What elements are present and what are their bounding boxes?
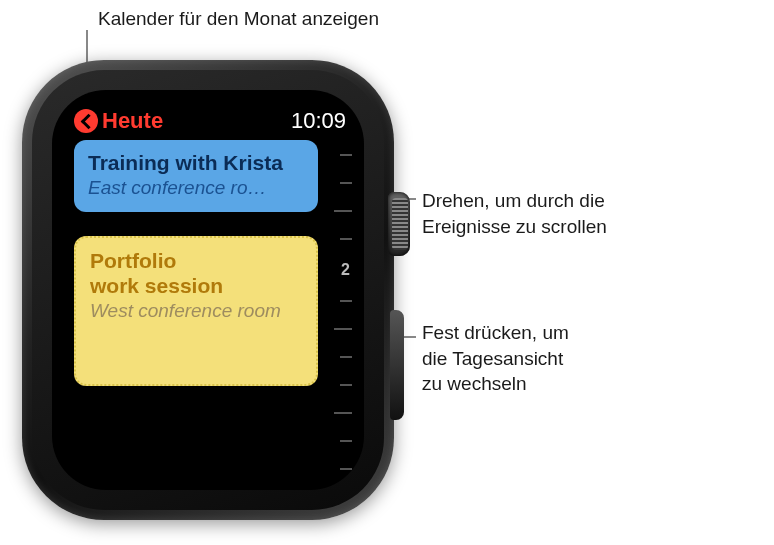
apple-watch: Heute 10:09 Training with Krista East co…: [22, 60, 394, 520]
time-tick: [340, 238, 352, 240]
event-location: West conference room: [90, 300, 302, 323]
time-tick: [334, 412, 352, 414]
callout-text: Drehen, um durch die: [422, 190, 605, 211]
chevron-left-icon: [74, 109, 98, 133]
event-location: East conference ro…: [88, 177, 304, 200]
back-button[interactable]: Heute: [74, 108, 163, 134]
calendar-event[interactable]: Portfolio work session West conference r…: [74, 236, 318, 386]
time-tick: [340, 154, 352, 156]
digital-crown[interactable]: [388, 192, 410, 256]
back-label: Heute: [102, 108, 163, 134]
time-tick: [340, 300, 352, 302]
side-button[interactable]: [390, 310, 404, 420]
time-tick: [340, 182, 352, 184]
watch-screen[interactable]: Heute 10:09 Training with Krista East co…: [52, 90, 364, 490]
clock-time: 10:09: [291, 108, 346, 134]
time-tick: [340, 356, 352, 358]
time-tick: [340, 468, 352, 470]
time-tick: [334, 328, 352, 330]
callout-month-view: Kalender für den Monat anzeigen: [98, 6, 379, 32]
callout-text: die Tagesansicht: [422, 348, 563, 369]
callout-text: Fest drücken, um: [422, 322, 569, 343]
time-tick: [340, 440, 352, 442]
callout-force-press: Fest drücken, um die Tagesansicht zu wec…: [422, 320, 569, 397]
calendar-event[interactable]: Training with Krista East conference ro…: [74, 140, 318, 212]
time-tick: [334, 210, 352, 212]
event-title: Training with Krista: [88, 150, 304, 175]
event-title: Portfolio work session: [90, 248, 302, 298]
callout-text: Ereignisse zu scrollen: [422, 216, 607, 237]
events-list[interactable]: Training with Krista East conference ro……: [74, 140, 326, 472]
hour-label: 2: [341, 261, 350, 279]
callout-text: zu wechseln: [422, 373, 527, 394]
calendar-day-view[interactable]: Training with Krista East conference ro……: [74, 140, 352, 472]
status-bar: Heute 10:09: [74, 108, 352, 140]
callout-crown-scroll: Drehen, um durch die Ereignisse zu scrol…: [422, 188, 607, 239]
time-tick: [340, 384, 352, 386]
time-ruler: 2: [326, 140, 352, 472]
